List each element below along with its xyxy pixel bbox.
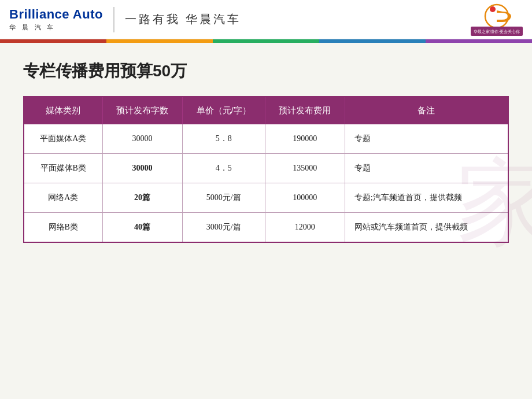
header-divider [113,7,114,32]
table-body: 平面媒体A类300005．8190000专题平面媒体B类300004．51350… [24,124,508,242]
cell-media: 网络B类 [24,213,102,242]
col-header-notes: 备注 [345,97,508,124]
cell-media: 网络A类 [24,183,102,213]
budget-table-wrapper: 媒体类别 预计发布字数 单价（元/字） 预计发布费用 备注 平面媒体A类3000… [23,96,509,243]
cell-count: 20篇 [102,183,182,213]
cell-unit: 3000元/篇 [182,213,265,242]
main-content: 专栏传播费用预算50万 媒体类别 预计发布字数 单价（元/字） 预计发布费用 备… [0,43,532,254]
cell-total: 135000 [265,154,345,183]
cell-notes: 专题 [345,154,508,183]
cell-unit: 5000元/篇 [182,183,265,213]
cell-total: 12000 [265,213,345,242]
table-row: 网络A类20篇5000元/篇100000专题;汽车频道首页，提供截频 [24,183,508,213]
table-row: 平面媒体B类300004．5135000专题 [24,154,508,183]
header: Brilliance Auto 华 晨 汽 车 一路有我 华晨汽车 华晨之家 懂… [0,0,532,39]
budget-table: 媒体类别 预计发布字数 单价（元/字） 预计发布费用 备注 平面媒体A类3000… [24,97,508,242]
brand-name: Brilliance Auto [9,7,103,22]
col-header-unit: 单价（元/字） [182,97,265,124]
header-slogan: 一路有我 华晨汽车 [125,12,242,27]
col-header-count: 预计发布字数 [102,97,182,124]
cell-unit: 4．5 [182,154,265,183]
table-header-row: 媒体类别 预计发布字数 单价（元/字） 预计发布费用 备注 [24,97,508,124]
brand-logo: Brilliance Auto 华 晨 汽 车 [9,7,103,32]
cell-notes: 专题;汽车频道首页，提供截频 [345,183,508,213]
table-row: 平面媒体A类300005．8190000专题 [24,124,508,154]
cell-media: 平面媒体A类 [24,124,102,154]
table-row: 网络B类40篇3000元/篇12000网站或汽车频道首页，提供截频 [24,213,508,242]
svg-text:华晨之家 懂你·更会关心你: 华晨之家 懂你·更会关心你 [474,29,520,34]
right-logo: 华晨之家 懂你·更会关心你 [471,3,523,36]
cell-notes: 专题 [345,124,508,154]
cell-count: 40篇 [102,213,182,242]
page-title: 专栏传播费用预算50万 [23,60,509,82]
cell-total: 190000 [265,124,345,154]
col-header-total: 预计发布费用 [265,97,345,124]
svg-point-0 [485,5,508,28]
cell-media: 平面媒体B类 [24,154,102,183]
cell-count: 30000 [102,124,182,154]
cell-total: 100000 [265,183,345,213]
cell-unit: 5．8 [182,124,265,154]
brand-chinese: 华 晨 汽 车 [9,23,103,32]
col-header-media: 媒体类别 [24,97,102,124]
logo-area: Brilliance Auto 华 晨 汽 车 [9,7,103,32]
svg-point-1 [490,6,496,12]
cell-notes: 网站或汽车频道首页，提供截频 [345,213,508,242]
cell-count: 30000 [102,154,182,183]
